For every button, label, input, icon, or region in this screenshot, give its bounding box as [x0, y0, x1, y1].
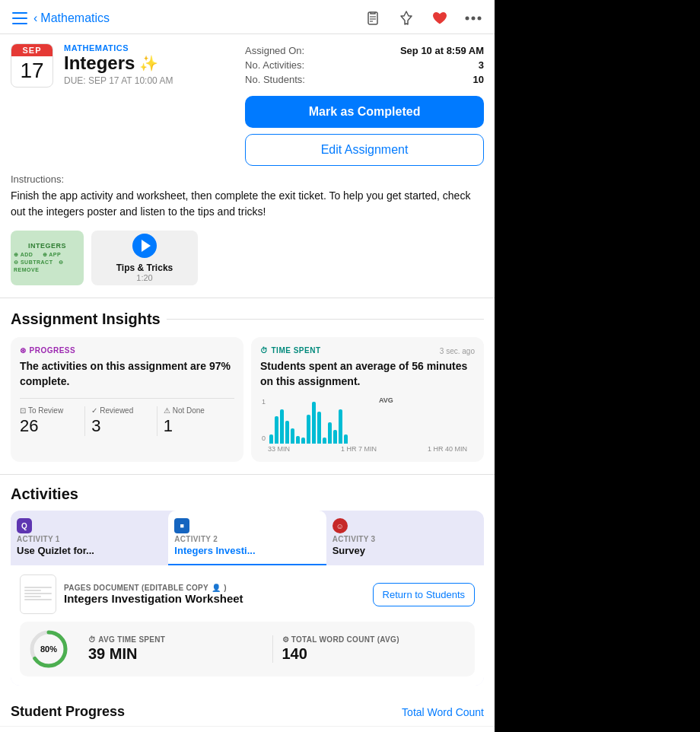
- return-to-students-button[interactable]: Return to Students: [373, 583, 475, 606]
- activities-tabs: Q ACTIVITY 1 Use Quizlet for... ■ ACTIVI…: [11, 511, 484, 565]
- chart-bar: [291, 428, 294, 444]
- chart-bar: [328, 422, 332, 444]
- pages-icon: ■: [174, 518, 189, 533]
- doc-stats: 80% ⏱ AVG TIME SPENT 39 MIN ⚙ TOTAL WORD…: [20, 622, 475, 676]
- chart-bar: [301, 438, 305, 444]
- clipboard-icon[interactable]: [362, 8, 383, 29]
- doc-type-label: PAGES DOCUMENT (EDITABLE COPY 👤 ): [64, 584, 365, 592]
- tray-icon: ⊡: [20, 406, 26, 415]
- progress-stats: ⊡ To Review 26 ✓ Reviewed 3 ⚠ Not Done: [20, 398, 234, 436]
- activity-tab-2[interactable]: ■ ACTIVITY 2 Integers Investi...: [168, 511, 326, 565]
- header-meta: Assigned On: Sep 10 at 8:59 AM No. Activ…: [245, 43, 484, 166]
- ellipsis-icon[interactable]: [463, 8, 484, 29]
- student-progress-header: Student Progress Total Word Count: [0, 695, 495, 726]
- instructions-section: Instructions: Finish the app activity an…: [0, 173, 495, 228]
- doc-info: PAGES DOCUMENT (EDITABLE COPY 👤 ) Intege…: [64, 584, 365, 605]
- chart-x-axis: 33 MIN 1 HR 7 MIN 1 HR 40 MIN: [260, 445, 475, 453]
- progress-circle: 80%: [29, 629, 68, 669]
- due-date: DUE: SEP 17 AT 10:00 AM: [64, 75, 234, 86]
- chart-bar: [275, 416, 278, 444]
- header-section: SEP 17 MATHEMATICS Integers ✨ DUE: SEP 1…: [0, 34, 495, 173]
- svg-point-9: [478, 17, 482, 21]
- svg-rect-0: [12, 12, 27, 14]
- doc-card-header: PAGES DOCUMENT (EDITABLE COPY 👤 ) Intege…: [20, 574, 475, 614]
- svg-point-8: [472, 17, 476, 21]
- chart-bar: [296, 436, 300, 444]
- back-label: Mathematics: [40, 11, 110, 25]
- chart-area: 1 0 AVG: [260, 398, 475, 444]
- instructions-text: Finish the app activity and worksheet, t…: [11, 188, 484, 220]
- avg-label: AVG: [379, 396, 393, 404]
- action-buttons-area: Mark as Completed Edit Assignment: [245, 96, 484, 166]
- chart-bar: [317, 412, 321, 444]
- time-card-header: ⏱ TIME SPENT 3 sec. ago: [260, 346, 475, 359]
- chart-bar: [269, 434, 273, 444]
- y-label-1: 1: [262, 398, 266, 406]
- chart-bar: [280, 409, 284, 444]
- progress-card: ⊛ PROGRESS The activities on this assign…: [11, 337, 243, 462]
- top-bar-left: ‹ Mathematics: [11, 9, 110, 27]
- media-row: INTEGERS ⊕ ADD ⊕ APP ⊖ SUBTRACT ⊖ REMOVE…: [0, 228, 495, 298]
- time-text: Students spent an average of 56 minutes …: [260, 359, 475, 389]
- checkmark-icon: ✓: [91, 406, 97, 415]
- exclamation-icon: ⚠: [164, 406, 170, 415]
- doc-name: Integers Investigation Worksheet: [64, 592, 365, 605]
- time-label: ⏱ TIME SPENT: [260, 346, 321, 355]
- student-list: JB Jason Bettinger ● READY FOR REVIEW im…: [0, 726, 495, 732]
- top-bar: ‹ Mathematics: [0, 0, 495, 34]
- play-button[interactable]: [132, 234, 157, 258]
- top-bar-right: [362, 8, 484, 29]
- to-review-stat: ⊡ To Review 26: [20, 406, 85, 436]
- video-title: Tips & Tricks: [116, 263, 173, 273]
- survey-icon: ☺: [332, 518, 348, 533]
- insights-section-header: Assignment Insights: [0, 298, 495, 337]
- y-label-0: 0: [262, 434, 266, 442]
- word-count-stat: ⚙ TOTAL WORD COUNT (AVG) 140: [273, 635, 466, 663]
- assignment-title: Integers ✨: [64, 53, 234, 74]
- student-progress-title: Student Progress: [11, 704, 125, 720]
- heart-icon[interactable]: [429, 8, 450, 29]
- activities-title-area: Activities: [0, 475, 495, 503]
- total-word-count-link[interactable]: Total Word Count: [402, 706, 484, 718]
- play-triangle-icon: [142, 240, 151, 252]
- x-label-0: 33 MIN: [268, 445, 290, 453]
- video-duration: 1:20: [136, 273, 152, 282]
- student-row: JB Jason Bettinger ● READY FOR REVIEW im…: [0, 726, 495, 732]
- sparkle-icon: ✨: [139, 54, 158, 72]
- svg-rect-1: [12, 18, 27, 19]
- activities-title: Activities: [11, 485, 484, 503]
- chart-bar: [285, 421, 289, 444]
- integers-poster: INTEGERS ⊕ ADD ⊕ APP ⊖ SUBTRACT ⊖ REMOVE: [11, 231, 84, 285]
- clock-small-icon: ⏱: [88, 635, 96, 644]
- doc-thumbnail: [20, 574, 56, 614]
- chart-bar-avg: [312, 402, 316, 444]
- activities-card: Q ACTIVITY 1 Use Quizlet for... ■ ACTIVI…: [11, 511, 484, 686]
- progress-icon: ⊛: [20, 346, 27, 355]
- chart-bar: [307, 415, 310, 444]
- pin-icon[interactable]: [396, 8, 417, 29]
- time-card: ⏱ TIME SPENT 3 sec. ago Students spent a…: [251, 337, 484, 462]
- mark-completed-button[interactable]: Mark as Completed: [245, 96, 484, 128]
- chart-container: 1 0 AVG: [260, 398, 475, 453]
- chevron-left-icon: ‹: [33, 11, 37, 25]
- person-icon: 👤: [212, 584, 221, 592]
- svg-rect-2: [12, 23, 27, 24]
- progress-text: The activities on this assignment are 97…: [20, 359, 234, 389]
- chart-bar: [323, 438, 326, 444]
- back-button[interactable]: ‹ Mathematics: [33, 11, 110, 25]
- chart-bar: [344, 434, 348, 444]
- edit-assignment-button[interactable]: Edit Assignment: [245, 134, 484, 166]
- activity-tab-3[interactable]: ☺ ACTIVITY 3 Survey: [326, 511, 484, 565]
- document-card: PAGES DOCUMENT (EDITABLE COPY 👤 ) Intege…: [11, 565, 484, 686]
- activity-tab-1[interactable]: Q ACTIVITY 1 Use Quizlet for...: [11, 511, 168, 565]
- chart-bar: [333, 430, 337, 444]
- no-activities-row: No. Activities: 3: [245, 59, 484, 71]
- time-meta: 3 sec. ago: [440, 347, 475, 355]
- tips-tricks-video[interactable]: Tips & Tricks 1:20: [91, 231, 198, 285]
- quizlet-icon: Q: [17, 518, 32, 533]
- svg-point-7: [466, 17, 469, 21]
- no-students-row: No. Students: 10: [245, 74, 484, 85]
- assigned-on-row: Assigned On: Sep 10 at 8:59 AM: [245, 45, 484, 56]
- sidebar-toggle-button[interactable]: [11, 9, 29, 27]
- not-done-stat: ⚠ Not Done 1: [164, 406, 228, 436]
